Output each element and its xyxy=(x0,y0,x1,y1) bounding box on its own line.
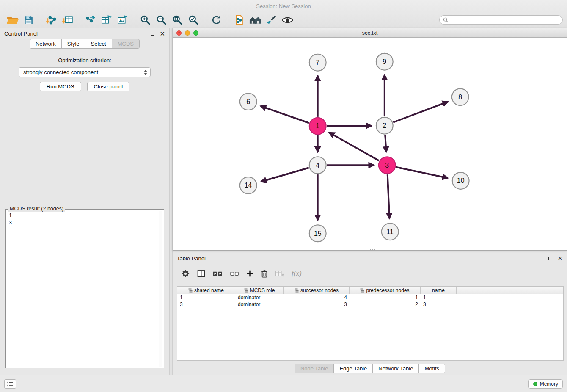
export-network-button[interactable] xyxy=(82,13,98,27)
edge-3-to-11[interactable] xyxy=(388,174,390,218)
column-visibility-button[interactable] xyxy=(197,268,206,279)
share-document-icon xyxy=(234,14,245,25)
float-table-panel-icon[interactable] xyxy=(548,257,552,260)
zoom-in-icon xyxy=(140,14,151,25)
tab-network[interactable]: Network xyxy=(30,39,62,49)
status-bar: Memory xyxy=(0,375,567,392)
graph-node-9[interactable]: 9 xyxy=(376,53,393,70)
tab-select[interactable]: Select xyxy=(85,39,112,49)
control-panel-title: Control Panel xyxy=(4,30,38,37)
zoom-in-button[interactable] xyxy=(137,13,153,27)
network-canvas-area[interactable]: 7968124310141511 xyxy=(173,38,567,250)
column-sort-icon xyxy=(360,288,364,293)
import-network-button[interactable] xyxy=(43,13,59,27)
delete-table-button[interactable] xyxy=(275,268,285,279)
graph-node-2[interactable]: 2 xyxy=(376,117,393,134)
table-panel-title: Table Panel xyxy=(177,255,206,262)
edge-1-to-2[interactable] xyxy=(327,126,372,126)
panel-splitter[interactable] xyxy=(169,28,173,375)
memory-button[interactable]: Memory xyxy=(528,379,563,389)
graph-node-14[interactable]: 14 xyxy=(240,177,257,194)
column-header-name[interactable]: name xyxy=(421,287,457,294)
close-panel-icon[interactable]: ✕ xyxy=(160,30,165,37)
column-header-successor-nodes[interactable]: successor nodes xyxy=(284,287,350,294)
network-window-titlebar[interactable]: scc.txt × – + xyxy=(173,28,567,38)
columns-icon xyxy=(197,269,206,278)
table-row[interactable]: 1 dominator 4 1 1 xyxy=(177,294,563,301)
graph-node-1[interactable]: 1 xyxy=(309,118,326,135)
home-button[interactable] xyxy=(247,13,263,27)
import-table-button[interactable] xyxy=(59,13,75,27)
table-panel: Table Panel ✕ f(x) xyxy=(173,253,567,375)
criterion-dropdown[interactable]: strongly connected component xyxy=(19,67,151,77)
zoom-selected-button[interactable] xyxy=(185,13,201,27)
save-session-button[interactable] xyxy=(20,13,36,27)
node-label: 10 xyxy=(457,177,465,184)
export-network-icon xyxy=(85,15,96,25)
graph-node-4[interactable]: 4 xyxy=(309,157,326,174)
node-label: 4 xyxy=(316,162,319,169)
open-file-button[interactable] xyxy=(4,13,20,27)
show-hide-graphics-button[interactable] xyxy=(279,13,295,27)
eye-icon xyxy=(281,16,294,24)
edge-3-to-1[interactable] xyxy=(329,133,379,161)
checked-boxes-icon xyxy=(212,270,223,277)
search-box[interactable] xyxy=(439,15,563,25)
column-header-mcds-role[interactable]: MCDS role xyxy=(235,287,284,294)
search-icon xyxy=(443,17,449,23)
select-all-rows-button[interactable] xyxy=(212,268,223,279)
table-toolbar: f(x) xyxy=(173,264,567,282)
graph-node-7[interactable]: 7 xyxy=(309,54,326,71)
tab-node-table[interactable]: Node Table xyxy=(295,364,334,373)
function-builder-button[interactable]: f(x) xyxy=(292,268,302,279)
node-label: 14 xyxy=(245,182,252,189)
import-table-icon xyxy=(62,15,73,25)
column-header-shared-name[interactable]: shared name xyxy=(177,287,235,294)
paint-style-button[interactable] xyxy=(263,13,279,27)
tab-style[interactable]: Style xyxy=(61,39,85,49)
close-table-panel-icon[interactable]: ✕ xyxy=(557,255,563,262)
save-floppy-icon xyxy=(23,15,34,25)
tab-network-table[interactable]: Network Table xyxy=(372,364,419,373)
graph-node-10[interactable]: 10 xyxy=(452,172,469,189)
zoom-fit-button[interactable] xyxy=(169,13,185,27)
console-button[interactable] xyxy=(4,379,16,389)
graph-node-11[interactable]: 11 xyxy=(382,223,399,240)
table-settings-button[interactable] xyxy=(181,268,190,279)
node-label: 9 xyxy=(383,58,386,65)
zoom-out-button[interactable] xyxy=(153,13,169,27)
control-panel-header: Control Panel ✕ xyxy=(0,28,169,39)
float-panel-icon[interactable] xyxy=(151,32,154,36)
node-label: 15 xyxy=(314,230,322,237)
edge-2-to-3[interactable] xyxy=(385,135,386,152)
graph-node-8[interactable]: 8 xyxy=(452,88,469,105)
column-header-predecessor-nodes[interactable]: predecessor nodes xyxy=(350,287,421,294)
add-column-button[interactable] xyxy=(246,268,254,279)
edge-3-to-10[interactable] xyxy=(396,167,448,178)
close-panel-button[interactable]: Close panel xyxy=(87,82,130,91)
tab-mcds[interactable]: MCDS xyxy=(112,39,140,49)
apply-layout-button[interactable] xyxy=(208,13,224,27)
tab-edge-table[interactable]: Edge Table xyxy=(333,364,373,373)
result-scrollbar[interactable] xyxy=(159,211,162,367)
search-input[interactable] xyxy=(451,17,559,23)
share-document-button[interactable] xyxy=(231,13,247,27)
export-table-button[interactable] xyxy=(98,13,114,27)
edge-4-to-14[interactable] xyxy=(261,168,308,182)
table-row[interactable]: 3 dominator 3 2 3 xyxy=(177,301,563,308)
run-mcds-button[interactable]: Run MCDS xyxy=(40,82,81,91)
delete-column-button[interactable] xyxy=(261,268,268,279)
deselect-all-rows-button[interactable] xyxy=(230,268,239,279)
window-resize-handle-icon[interactable] xyxy=(370,249,375,250)
tab-motifs[interactable]: Motifs xyxy=(418,364,445,373)
edge-2-to-8[interactable] xyxy=(393,102,448,122)
edge-1-to-6[interactable] xyxy=(261,106,309,123)
network-graph[interactable]: 7968124310141511 xyxy=(173,38,567,250)
graph-node-6[interactable]: 6 xyxy=(240,93,257,110)
node-label: 8 xyxy=(458,94,462,101)
graph-node-3[interactable]: 3 xyxy=(379,157,396,174)
export-image-icon xyxy=(117,15,128,25)
graph-node-15[interactable]: 15 xyxy=(309,225,326,242)
export-image-button[interactable] xyxy=(114,13,130,27)
node-label: 2 xyxy=(383,122,386,129)
